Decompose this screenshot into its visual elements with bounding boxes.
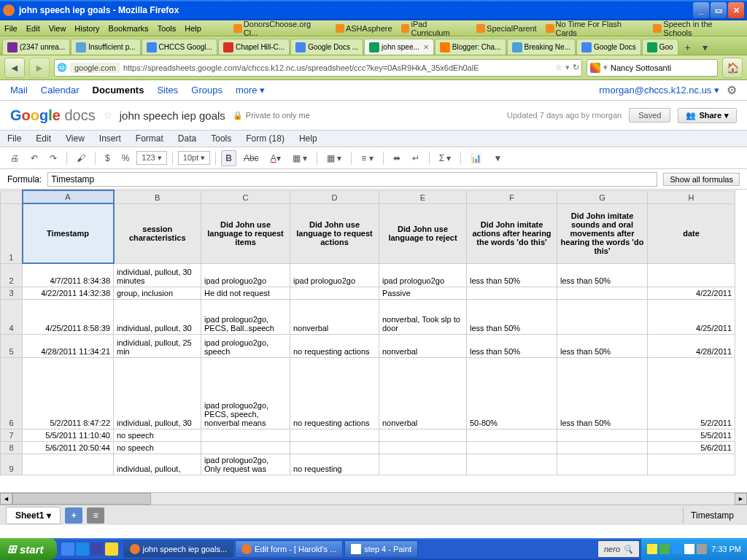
row-header[interactable]: 1 bbox=[1, 203, 23, 263]
cell[interactable]: 50-80% bbox=[467, 357, 557, 429]
bookmark-item[interactable]: DonorsChoose.org Cl... bbox=[233, 20, 327, 37]
gbar-more[interactable]: more ▾ bbox=[236, 85, 265, 96]
close-button[interactable]: ✕ bbox=[728, 2, 744, 18]
cell[interactable]: Passive bbox=[379, 287, 467, 299]
gbar-calendar[interactable]: Calendar bbox=[41, 85, 80, 96]
cell[interactable]: 4/25/2011 8:58:39 bbox=[23, 299, 114, 334]
privacy-label[interactable]: 🔒Private to only me bbox=[233, 111, 310, 120]
docmenu-file[interactable]: File bbox=[7, 133, 21, 144]
new-tab-button[interactable]: + bbox=[679, 40, 697, 55]
browser-tab[interactable]: Breaking Ne... bbox=[507, 39, 576, 55]
account-email[interactable]: rmorgan@chccs.k12.nc.us ▾ bbox=[599, 85, 719, 96]
formula-input[interactable] bbox=[47, 172, 657, 187]
bookmark-item[interactable]: ASHAsphere bbox=[336, 24, 392, 33]
menu-view[interactable]: View bbox=[49, 24, 66, 33]
clock[interactable]: 7:33 PM bbox=[711, 545, 741, 553]
chart-icon[interactable]: 📊 bbox=[466, 150, 486, 166]
chrome-icon[interactable] bbox=[61, 542, 74, 556]
header-cell[interactable]: Did John use language to request items bbox=[201, 203, 290, 263]
cell[interactable] bbox=[201, 441, 290, 454]
select-all-cell[interactable] bbox=[1, 190, 23, 203]
align-icon[interactable]: ≡ ▾ bbox=[357, 150, 377, 166]
cell[interactable]: less than 50% bbox=[467, 299, 557, 334]
cell[interactable]: ipad prologuo2go, PECS, speech, nonverba… bbox=[201, 357, 290, 429]
header-cell[interactable]: Did John imitate sounds and oral movemen… bbox=[557, 203, 648, 263]
browser-tab[interactable]: Google Docs bbox=[576, 39, 641, 55]
cell[interactable] bbox=[467, 287, 557, 299]
cell[interactable]: 4/22/2011 14:32:38 bbox=[23, 287, 114, 299]
sum-icon[interactable]: Σ ▾ bbox=[435, 150, 456, 166]
strikethrough-icon[interactable]: Abc bbox=[239, 150, 263, 166]
home-button[interactable]: 🏠 bbox=[722, 58, 743, 78]
cell[interactable] bbox=[557, 287, 648, 299]
start-button[interactable]: ⊞start bbox=[0, 538, 57, 560]
docmenu-form[interactable]: Form (18) bbox=[246, 133, 285, 144]
system-tray[interactable]: 7:33 PM bbox=[640, 538, 747, 560]
cell[interactable] bbox=[290, 287, 379, 299]
tray-icon[interactable] bbox=[659, 544, 670, 554]
cell[interactable] bbox=[379, 429, 467, 441]
column-header[interactable]: C bbox=[201, 190, 290, 203]
cell[interactable]: 4/28/2011 bbox=[648, 334, 735, 357]
gbar-groups[interactable]: Groups bbox=[191, 85, 222, 96]
desktop-icon[interactable] bbox=[90, 542, 104, 556]
taskbar-button[interactable]: john speech iep goals... bbox=[123, 540, 234, 558]
scroll-left-icon[interactable]: ◄ bbox=[0, 493, 12, 505]
cell[interactable] bbox=[379, 454, 467, 475]
bookmark-item[interactable]: No Time For Flash Cards bbox=[546, 20, 645, 37]
column-header[interactable]: F bbox=[467, 190, 557, 203]
cell[interactable]: 5/2/2011 bbox=[648, 357, 735, 429]
menu-history[interactable]: History bbox=[74, 24, 99, 33]
header-cell[interactable]: date bbox=[648, 203, 735, 263]
docmenu-tools[interactable]: Tools bbox=[211, 133, 231, 144]
row-header[interactable]: 2 bbox=[1, 263, 23, 287]
cell[interactable]: nonverbal bbox=[290, 299, 379, 334]
cell[interactable] bbox=[467, 429, 557, 441]
row-header[interactable]: 8 bbox=[1, 441, 23, 454]
minimize-button[interactable]: _ bbox=[693, 2, 709, 18]
merge-icon[interactable]: ⬌ bbox=[389, 150, 405, 166]
cell[interactable]: individual, pullout, 30 bbox=[114, 299, 201, 334]
docmenu-format[interactable]: Format bbox=[136, 133, 163, 144]
browser-tab[interactable]: Blogger: Cha... bbox=[435, 39, 506, 55]
cell[interactable]: He did not request bbox=[201, 287, 290, 299]
bookmark-item[interactable]: Speech in the Schools bbox=[653, 20, 743, 37]
docmenu-help[interactable]: Help bbox=[299, 133, 317, 144]
bookmark-item[interactable]: SpecialParent bbox=[476, 24, 537, 33]
dropdown-icon[interactable]: ▾ bbox=[565, 63, 570, 72]
cell[interactable] bbox=[467, 441, 557, 454]
close-tab-icon[interactable]: ✕ bbox=[423, 43, 429, 51]
taskbar-button[interactable]: step 4 - Paint bbox=[344, 540, 418, 558]
paint-format-icon[interactable]: 🖌 bbox=[72, 150, 90, 166]
cell[interactable]: ipad prologuo2go, PECS, Ball..speech bbox=[201, 299, 290, 334]
reload-icon[interactable]: ↻ bbox=[573, 63, 579, 72]
docmenu-edit[interactable]: Edit bbox=[36, 133, 51, 144]
taskbar-button[interactable]: Edit form - [ Harold's ... bbox=[235, 540, 343, 558]
cell[interactable] bbox=[290, 441, 379, 454]
tray-icon[interactable] bbox=[647, 544, 657, 554]
cell[interactable]: ipad prologuo2go bbox=[201, 263, 290, 287]
cell[interactable]: 5/6/2011 bbox=[648, 441, 735, 454]
scrollbar-thumb[interactable] bbox=[12, 493, 151, 505]
filter-icon[interactable]: ▼ bbox=[489, 150, 506, 166]
percent-icon[interactable]: % bbox=[117, 150, 134, 166]
share-button[interactable]: 👥Share ▾ bbox=[678, 108, 737, 123]
bookmark-star-icon[interactable]: ☆ bbox=[555, 63, 562, 72]
header-cell[interactable]: Did John use language to reject bbox=[379, 203, 467, 263]
cell[interactable]: 5/5/2011 bbox=[648, 429, 735, 441]
cell[interactable]: group, inclusion bbox=[114, 287, 201, 299]
header-cell[interactable]: session characteristics bbox=[114, 203, 201, 263]
gbar-mail[interactable]: Mail bbox=[10, 85, 28, 96]
sheet-tab-active[interactable]: Sheet1 ▾ bbox=[6, 507, 61, 524]
cell[interactable] bbox=[23, 454, 114, 475]
column-header[interactable]: A bbox=[23, 190, 114, 203]
cell[interactable]: 5/2/2011 8:47:22 bbox=[23, 357, 114, 429]
cell[interactable]: 5/6/2011 20:50:44 bbox=[23, 441, 114, 454]
tray-icon[interactable] bbox=[684, 544, 694, 554]
cell[interactable]: no requesting actions bbox=[290, 357, 379, 429]
menu-edit[interactable]: Edit bbox=[26, 24, 40, 33]
cell[interactable] bbox=[201, 429, 290, 441]
star-icon[interactable]: ☆ bbox=[103, 109, 112, 121]
gear-icon[interactable]: ⚙ bbox=[727, 83, 737, 97]
cell[interactable]: no requesting bbox=[290, 454, 379, 475]
